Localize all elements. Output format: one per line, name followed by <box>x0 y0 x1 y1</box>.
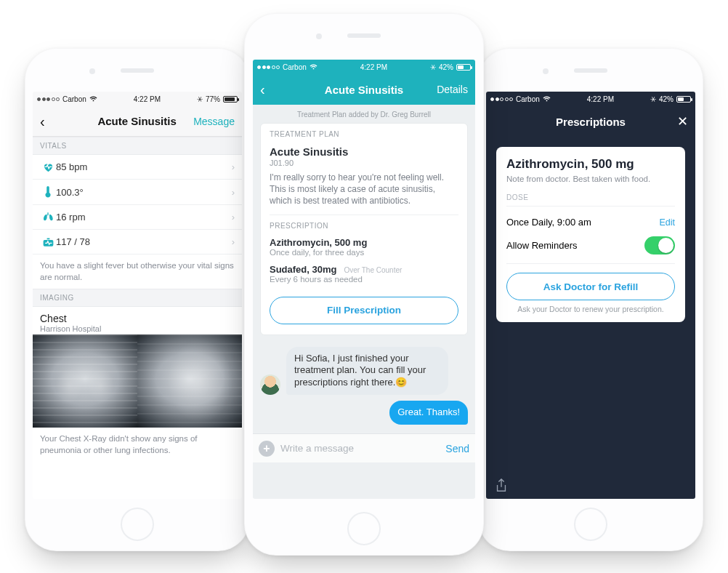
battery-label: 77% <box>206 95 220 103</box>
heart-icon <box>40 162 56 172</box>
xray-frontal <box>33 334 137 428</box>
phone-left: Carbon 4:22 PM ⚹ 77% ‹ Acute Sinusitis M… <box>25 48 250 551</box>
drug-title: Azithromycin, 500 mg <box>506 157 675 172</box>
chevron-right-icon: › <box>232 161 235 172</box>
rx-section-label: PRESCRIPTION <box>261 215 467 234</box>
refill-note: Ask your Doctor to renew your prescripti… <box>506 305 675 313</box>
battery-icon <box>676 96 691 103</box>
phone-center: Carbon 4:22 PM ⚹ 42% ‹ Acute Sinusitis D… <box>244 13 484 556</box>
plus-icon: + <box>263 442 270 455</box>
fill-prescription-button[interactable]: Fill Prescription <box>270 297 458 324</box>
wifi-icon <box>89 96 97 102</box>
vitals-note: You have a slight fever but otherwise yo… <box>33 255 242 289</box>
nav-bar: ‹ Acute Sinusitis Message <box>33 106 242 137</box>
battery-icon <box>223 96 238 103</box>
time-label: 4:22 PM <box>360 63 387 71</box>
close-icon: ✕ <box>677 114 688 129</box>
page-title: Prescriptions <box>556 116 626 128</box>
chevron-right-icon: › <box>232 187 235 198</box>
message-input[interactable]: Write a message <box>280 443 440 454</box>
xray-lateral <box>137 334 242 428</box>
bluetooth-icon: ⚹ <box>650 95 656 103</box>
diagnosis-body: I'm really sorry to hear you're not feel… <box>270 172 458 207</box>
doctor-note: Note from doctor. Best taken with food. <box>506 175 675 183</box>
imaging-section-label: IMAGING <box>33 289 242 307</box>
status-bar: Carbon 4:22 PM ⚹ 77% <box>33 92 242 106</box>
vital-row-temp[interactable]: 100.3° › <box>33 180 242 205</box>
signal-icon <box>37 97 60 101</box>
chat-area: Hi Sofia, I just finished your treatment… <box>253 342 475 434</box>
signal-icon <box>257 65 280 69</box>
back-button[interactable]: ‹ <box>260 82 301 97</box>
vital-row-resp[interactable]: 16 rpm › <box>33 205 242 230</box>
xray-images[interactable] <box>33 334 242 428</box>
vital-value: 117 / 78 <box>56 236 90 247</box>
message-button[interactable]: Message <box>193 116 235 127</box>
diagnosis-title: Acute Sinusitis <box>270 145 458 158</box>
send-button[interactable]: Send <box>445 443 469 454</box>
page-title: Acute Sinusitis <box>97 115 176 127</box>
battery-icon <box>456 64 471 71</box>
rx-name: Azithromycin, 500 mg <box>270 237 458 248</box>
status-bar: Carbon 4:22 PM ⚹ 42% <box>486 92 695 106</box>
wifi-icon <box>310 64 318 70</box>
chat-message-in: Hi Sofia, I just finished your treatment… <box>286 347 448 396</box>
details-button[interactable]: Details <box>427 84 468 95</box>
time-label: 4:22 PM <box>134 95 161 103</box>
battery-label: 42% <box>439 63 453 71</box>
signal-icon <box>490 97 513 101</box>
carrier-label: Carbon <box>62 95 86 103</box>
vital-value: 16 rpm <box>56 212 85 223</box>
chevron-left-icon: ‹ <box>40 113 45 129</box>
treatment-plan-card: TREATMENT PLAN Acute Sinusitis J01.90 I'… <box>260 123 468 335</box>
imaging-card[interactable]: Chest Harrison Hospital <box>33 307 242 334</box>
treatment-meta: Treatment Plan added by Dr. Greg Burrell <box>253 105 475 123</box>
carrier-label: Carbon <box>283 63 307 71</box>
nav-bar: Prescriptions ✕ <box>486 106 695 137</box>
thermometer-icon <box>40 186 56 198</box>
close-button[interactable]: ✕ <box>647 113 688 129</box>
imaging-subtitle: Harrison Hospital <box>40 324 235 333</box>
edit-button[interactable]: Edit <box>659 217 675 228</box>
add-attachment-button[interactable]: + <box>259 441 275 457</box>
bp-icon <box>40 237 56 247</box>
battery-label: 42% <box>659 95 674 103</box>
rx-tag: Over The Counter <box>344 266 402 274</box>
bluetooth-icon: ⚹ <box>197 95 203 103</box>
status-bar: Carbon 4:22 PM ⚹ 42% <box>253 60 475 74</box>
share-icon[interactable] <box>495 478 508 493</box>
vital-row-hr[interactable]: 85 bpm › <box>33 155 242 180</box>
chevron-right-icon: › <box>232 236 235 247</box>
chevron-left-icon: ‹ <box>260 81 265 97</box>
chevron-right-icon: › <box>232 212 235 223</box>
imaging-title: Chest <box>40 313 235 324</box>
refill-button[interactable]: Ask Doctor for Refill <box>506 273 675 300</box>
chat-message-out: Great. Thanks! <box>389 401 468 425</box>
rx-item[interactable]: Sudafed, 30mg Over The Counter Every 6 h… <box>261 264 467 291</box>
avatar[interactable] <box>260 374 280 395</box>
dose-schedule: Once Daily, 9:00 am <box>506 217 591 228</box>
bluetooth-icon: ⚹ <box>430 63 436 71</box>
page-title: Acute Sinusitis <box>325 84 403 96</box>
imaging-note: Your Chest X-Ray didn't show any signs o… <box>33 428 242 462</box>
vitals-section-label: VITALS <box>33 137 242 155</box>
reminders-label: Allow Reminders <box>506 240 578 251</box>
diagnosis-code: J01.90 <box>270 159 458 167</box>
vital-value: 100.3° <box>56 187 84 198</box>
lungs-icon <box>40 212 56 223</box>
nav-bar: ‹ Acute Sinusitis Details <box>253 74 475 105</box>
vital-row-bp[interactable]: 117 / 78 › <box>33 230 242 255</box>
rx-name: Sudafed, 30mg <box>270 264 336 275</box>
wifi-icon <box>543 96 551 102</box>
message-composer: + Write a message Send <box>253 433 475 462</box>
rx-instr: Every 6 hours as needed <box>270 275 458 284</box>
carrier-label: Carbon <box>516 95 540 103</box>
time-label: 4:22 PM <box>587 95 614 103</box>
dose-section-label: DOSE <box>506 193 675 201</box>
reminders-toggle[interactable] <box>644 236 675 255</box>
rx-item[interactable]: Azithromycin, 500 mg Once daily, for thr… <box>261 234 467 264</box>
vital-value: 85 bpm <box>56 161 87 172</box>
prescription-card: Azithromycin, 500 mg Note from doctor. B… <box>496 147 685 322</box>
back-button[interactable]: ‹ <box>40 114 81 129</box>
tp-section-label: TREATMENT PLAN <box>261 124 467 143</box>
